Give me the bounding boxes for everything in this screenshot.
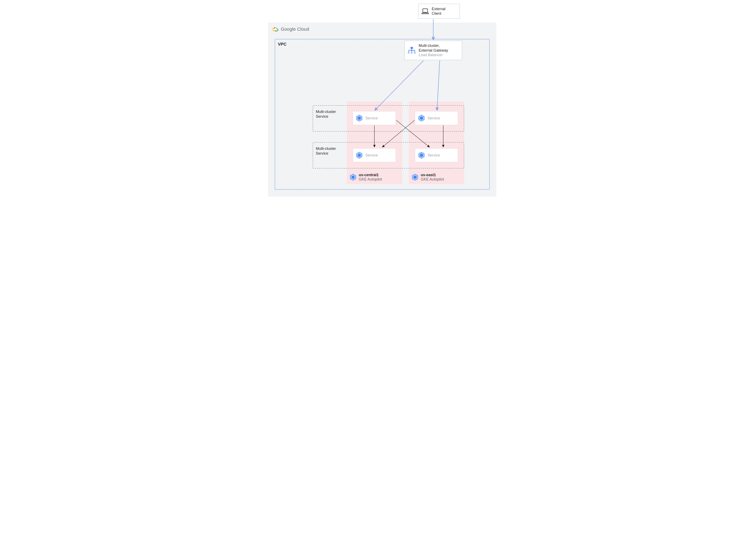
svg-rect-18	[423, 9, 427, 12]
cluster-a-name: us-central1	[359, 173, 382, 177]
cluster-b-name: us-east1	[421, 173, 444, 177]
svg-rect-19	[410, 47, 413, 49]
service-row1-b: Service	[415, 111, 458, 125]
service-row2-a: Service	[353, 148, 396, 162]
gateway-line2: External Gateway	[419, 48, 448, 53]
gke-icon	[356, 152, 363, 159]
cluster-us-central1-footer: us-central1 GKE Autopilot	[349, 173, 382, 182]
google-cloud-logo-icon	[272, 26, 279, 33]
architecture-diagram: Google Cloud VPC us-central1 GKE Autopil…	[238, 0, 499, 199]
google-cloud-header: Google Cloud	[272, 26, 309, 33]
service-label: Service	[365, 153, 378, 158]
gke-icon	[349, 173, 357, 181]
external-client-card: External Client	[418, 4, 460, 19]
gke-icon	[418, 114, 425, 122]
svg-rect-26	[411, 52, 413, 53]
cluster-us-east1-footer: us-east1 GKE Autopilot	[411, 173, 444, 182]
gke-icon	[418, 152, 425, 159]
svg-rect-25	[408, 52, 409, 53]
gateway-line1: Multi-cluster,	[419, 43, 448, 48]
gke-icon	[356, 114, 363, 122]
service-row1-a: Service	[353, 111, 396, 125]
mcs-2-label: Multi-cluster Service	[316, 146, 336, 156]
google-cloud-label: Google Cloud	[281, 27, 309, 32]
ext-client-line1: External	[432, 7, 446, 11]
laptop-icon	[421, 7, 429, 15]
gateway-card: Multi-cluster, External Gateway Load Bal…	[404, 41, 462, 60]
cluster-a-sub: GKE Autopilot	[359, 177, 382, 182]
load-balancer-icon	[407, 46, 416, 55]
gateway-subtitle: Load Balancer	[419, 53, 448, 57]
svg-rect-27	[414, 52, 416, 53]
cluster-b-sub: GKE Autopilot	[421, 177, 444, 182]
service-label: Service	[428, 116, 440, 120]
service-row2-b: Service	[415, 148, 458, 162]
vpc-label: VPC	[278, 42, 287, 47]
service-label: Service	[365, 116, 378, 120]
mcs-1-label: Multi-cluster Service	[316, 109, 336, 119]
ext-client-line2: Client	[432, 11, 446, 16]
gke-icon	[411, 173, 419, 181]
service-label: Service	[428, 153, 440, 158]
